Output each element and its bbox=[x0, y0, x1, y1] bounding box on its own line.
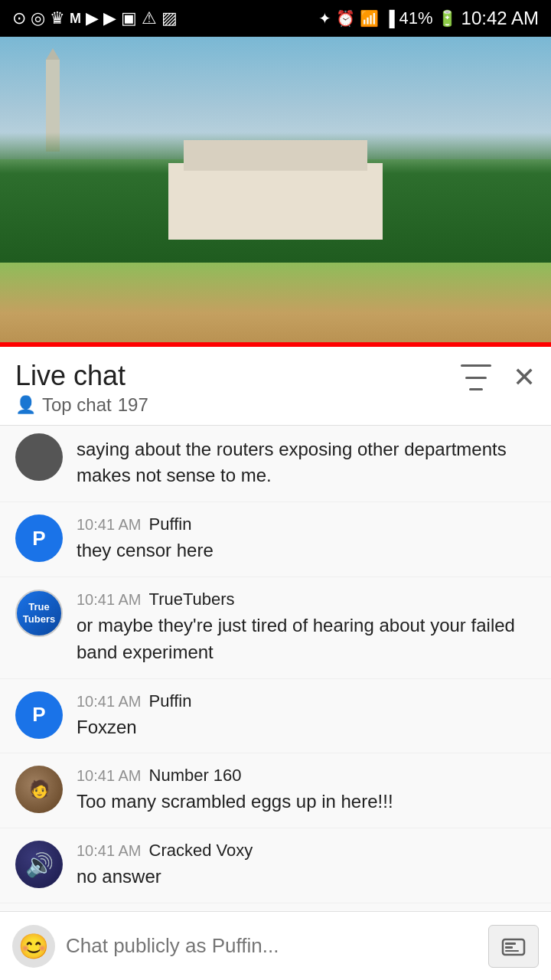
message-time: 10:41 AM bbox=[77, 516, 142, 534]
close-button[interactable]: ✕ bbox=[513, 364, 536, 391]
time-display: 10:42 AM bbox=[461, 8, 539, 29]
avatar: 🔊 bbox=[15, 841, 63, 888]
message-meta: 10:41 AM Puffin bbox=[77, 691, 536, 711]
message-meta: 10:41 AM Cracked Voxy bbox=[77, 841, 536, 861]
chat-messages-list: saying about the routers exposing other … bbox=[0, 426, 551, 980]
svg-rect-3 bbox=[505, 950, 519, 952]
battery-icon: 🔋 bbox=[438, 9, 457, 28]
play2-icon: ▶ bbox=[103, 8, 116, 28]
avatar bbox=[15, 433, 63, 481]
partial-message-text: saying about the routers exposing other … bbox=[77, 433, 536, 490]
top-chat-label[interactable]: Top chat bbox=[42, 394, 112, 416]
avatar: P bbox=[15, 514, 63, 562]
signal-icon: ▐ bbox=[383, 10, 394, 28]
message-content: 10:41 AM Number 160 Too many scrambled e… bbox=[77, 766, 536, 815]
chat-input-bar: 😊 bbox=[0, 911, 551, 980]
svg-rect-1 bbox=[505, 942, 516, 945]
video-player[interactable] bbox=[0, 37, 551, 347]
chat-header-left: Live chat 👤 Top chat 197 bbox=[15, 361, 148, 416]
play-icon: ▶ bbox=[86, 8, 99, 28]
live-chat-panel: Live chat 👤 Top chat 197 ✕ saying about … bbox=[0, 347, 551, 980]
filter-button[interactable] bbox=[461, 364, 491, 390]
person-icon: 👤 bbox=[15, 395, 36, 415]
avatar: 🧑 bbox=[15, 766, 63, 813]
crown-icon: ♛ bbox=[50, 8, 65, 28]
pokeball-icon: ⊙ bbox=[12, 8, 26, 28]
battery-percent: 41% bbox=[399, 8, 433, 28]
chat-title: Live chat bbox=[15, 361, 148, 391]
chat-message: P 10:41 AM Puffin Foxzen bbox=[0, 679, 551, 754]
message-content: 10:41 AM Puffin they censor here bbox=[77, 514, 536, 564]
svg-rect-2 bbox=[505, 946, 513, 949]
m-icon: M bbox=[70, 11, 81, 27]
message-username[interactable]: Puffin bbox=[149, 691, 192, 711]
emoji-button[interactable]: 😊 bbox=[12, 925, 55, 968]
chat-message: 🔊 10:41 AM Cracked Voxy no answer bbox=[0, 828, 551, 903]
chat-header: Live chat 👤 Top chat 197 ✕ bbox=[0, 347, 551, 426]
pokeball2-icon: ◎ bbox=[31, 8, 45, 28]
viewer-count: 197 bbox=[118, 394, 148, 416]
message-time: 10:41 AM bbox=[77, 767, 142, 785]
message-username[interactable]: TrueTubers bbox=[149, 590, 235, 609]
message-content: 10:41 AM Cracked Voxy no answer bbox=[77, 841, 536, 890]
message-time: 10:41 AM bbox=[77, 842, 142, 860]
status-bar: ⊙ ◎ ♛ M ▶ ▶ ▣ ⚠ ▨ ✦ ⏰ 📶 ▐ 41% 🔋 10:42 AM bbox=[0, 0, 551, 37]
avatar: P bbox=[15, 691, 63, 739]
message-text: no answer bbox=[77, 864, 536, 890]
message-username[interactable]: Number 160 bbox=[149, 766, 242, 786]
alarm-icon: ⏰ bbox=[336, 9, 355, 28]
image-icon: ▨ bbox=[161, 8, 178, 28]
status-icons-left: ⊙ ◎ ♛ M ▶ ▶ ▣ ⚠ ▨ bbox=[12, 8, 178, 28]
status-icons-right: ✦ ⏰ 📶 ▐ 41% 🔋 10:42 AM bbox=[318, 8, 539, 29]
chat-message: 🧑 10:41 AM Number 160 Too many scrambled… bbox=[0, 753, 551, 828]
chat-message: P 10:41 AM Puffin they censor here bbox=[0, 502, 551, 577]
message-time: 10:41 AM bbox=[77, 591, 142, 609]
message-username[interactable]: Puffin bbox=[149, 514, 192, 534]
message-text: they censor here bbox=[77, 537, 536, 564]
message-content: 10:41 AM TrueTubers or maybe they're jus… bbox=[77, 590, 536, 666]
avatar: TrueTubers bbox=[15, 590, 63, 637]
chat-input-field[interactable] bbox=[66, 925, 478, 968]
chat-message-partial: saying about the routers exposing other … bbox=[0, 426, 551, 503]
folder-icon: ▣ bbox=[121, 8, 137, 28]
chat-subtitle-row: 👤 Top chat 197 bbox=[15, 394, 148, 416]
message-text: or maybe they're just tired of hearing a… bbox=[77, 612, 536, 666]
chat-message: TrueTubers 10:41 AM TrueTubers or maybe … bbox=[0, 577, 551, 679]
chat-header-right: ✕ bbox=[461, 364, 536, 391]
message-meta: 10:41 AM TrueTubers bbox=[77, 590, 536, 609]
message-text: Foxzen bbox=[77, 714, 536, 741]
message-username[interactable]: Cracked Voxy bbox=[149, 841, 253, 861]
warning-icon: ⚠ bbox=[142, 8, 157, 28]
progress-bar bbox=[0, 342, 551, 347]
bluetooth-icon: ✦ bbox=[318, 9, 331, 28]
message-meta: 10:41 AM Puffin bbox=[77, 514, 536, 534]
message-text: Too many scrambled eggs up in here!!! bbox=[77, 789, 536, 815]
wifi-icon: 📶 bbox=[360, 9, 379, 28]
message-meta: 10:41 AM Number 160 bbox=[77, 766, 536, 786]
send-icon bbox=[500, 933, 527, 959]
message-time: 10:41 AM bbox=[77, 693, 142, 710]
send-button[interactable] bbox=[488, 925, 539, 968]
message-content: 10:41 AM Puffin Foxzen bbox=[77, 691, 536, 741]
